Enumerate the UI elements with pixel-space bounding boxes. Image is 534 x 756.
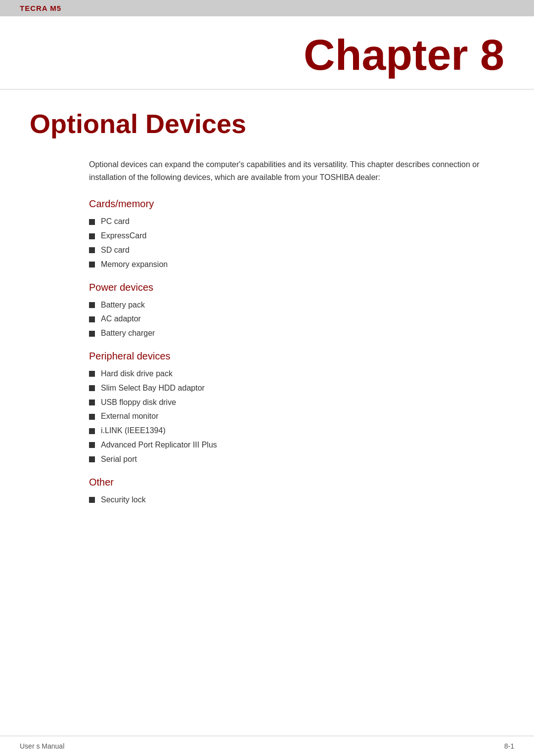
bullet-icon — [89, 442, 95, 448]
list-item: Security lock — [89, 493, 504, 507]
bullet-list-cards-memory: PC cardExpressCardSD cardMemory expansio… — [89, 215, 504, 271]
bullet-list-power-devices: Battery packAC adaptorBattery charger — [89, 298, 504, 341]
list-item-text: Memory expansion — [101, 258, 168, 272]
header-bar: TECRA M5 — [0, 0, 534, 16]
bullet-icon — [89, 456, 95, 462]
section-other: OtherSecurity lock — [89, 477, 504, 507]
bullet-icon — [89, 302, 95, 308]
intro-text: Optional devices can expand the computer… — [89, 158, 504, 183]
bullet-icon — [89, 331, 95, 337]
list-item: i.LINK (IEEE1394) — [89, 424, 504, 438]
bullet-icon — [89, 371, 95, 377]
list-item-text: i.LINK (IEEE1394) — [101, 424, 166, 438]
list-item: Serial port — [89, 452, 504, 467]
list-item: AC adaptor — [89, 312, 504, 326]
section-heading-other: Other — [89, 477, 504, 488]
list-item-text: Advanced Port Replicator III Plus — [101, 438, 217, 452]
list-item-text: Slim Select Bay HDD adaptor — [101, 381, 205, 396]
brand-label: TECRA M5 — [20, 4, 61, 12]
footer-left: User s Manual — [20, 742, 64, 750]
chapter-heading-section: Chapter 8 — [0, 16, 534, 89]
section-heading-cards-memory: Cards/memory — [89, 198, 504, 210]
bullet-icon — [89, 428, 95, 434]
list-item-text: Hard disk drive pack — [101, 367, 173, 381]
bullet-list-peripheral-devices: Hard disk drive packSlim Select Bay HDD … — [89, 367, 504, 467]
bullet-icon — [89, 219, 95, 225]
section-peripheral-devices: Peripheral devicesHard disk drive packSl… — [89, 351, 504, 467]
list-item: Slim Select Bay HDD adaptor — [89, 381, 504, 396]
bullet-icon — [89, 497, 95, 503]
list-item-text: AC adaptor — [101, 312, 141, 326]
list-item: PC card — [89, 215, 504, 229]
section-cards-memory: Cards/memoryPC cardExpressCardSD cardMem… — [89, 198, 504, 271]
list-item: SD card — [89, 243, 504, 258]
list-item-text: PC card — [101, 215, 130, 229]
bullet-icon — [89, 247, 95, 253]
bullet-icon — [89, 400, 95, 405]
bullet-list-other: Security lock — [89, 493, 504, 507]
section-heading-power-devices: Power devices — [89, 282, 504, 293]
list-item: USB floppy disk drive — [89, 396, 504, 410]
footer-right: 8-1 — [504, 742, 514, 750]
section-heading-peripheral-devices: Peripheral devices — [89, 351, 504, 362]
list-item-text: Serial port — [101, 452, 137, 467]
list-item: Memory expansion — [89, 258, 504, 272]
list-item-text: SD card — [101, 243, 130, 258]
sections-container: Cards/memoryPC cardExpressCardSD cardMem… — [30, 198, 504, 507]
list-item-text: Battery charger — [101, 326, 155, 341]
list-item: Advanced Port Replicator III Plus — [89, 438, 504, 452]
list-item-text: ExpressCard — [101, 229, 146, 243]
bullet-icon — [89, 414, 95, 420]
bullet-icon — [89, 262, 95, 267]
footer: User s Manual 8-1 — [0, 736, 534, 756]
page-content: Optional Devices Optional devices can ex… — [0, 109, 534, 547]
list-item: Hard disk drive pack — [89, 367, 504, 381]
list-item: Battery pack — [89, 298, 504, 312]
bullet-icon — [89, 385, 95, 391]
list-item: External monitor — [89, 409, 504, 424]
bullet-icon — [89, 316, 95, 322]
page-title: Optional Devices — [30, 109, 504, 138]
list-item-text: External monitor — [101, 409, 159, 424]
list-item: ExpressCard — [89, 229, 504, 243]
list-item-text: USB floppy disk drive — [101, 396, 176, 410]
bullet-icon — [89, 233, 95, 239]
list-item-text: Battery pack — [101, 298, 145, 312]
section-power-devices: Power devicesBattery packAC adaptorBatte… — [89, 282, 504, 341]
chapter-title: Chapter 8 — [30, 31, 504, 79]
list-item-text: Security lock — [101, 493, 146, 507]
list-item: Battery charger — [89, 326, 504, 341]
